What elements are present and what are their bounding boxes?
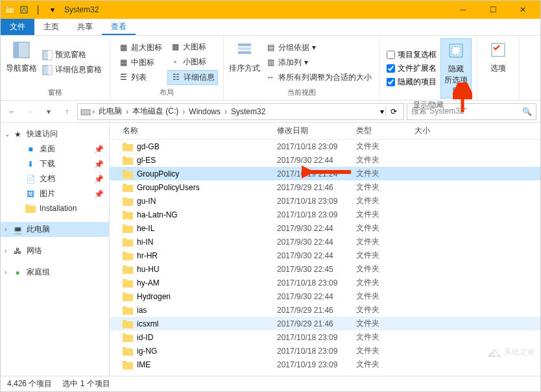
svg-rect-30 — [123, 211, 126, 213]
file-row[interactable]: he-IL2017/9/30 22:44文件夹 — [110, 221, 540, 235]
sidebar-homegroup[interactable]: ›●家庭组 — [1, 265, 109, 280]
preview-pane-button[interactable]: 预览窗格 — [40, 48, 104, 62]
file-row[interactable]: ha-Latn-NG2017/10/18 23:09文件夹 — [110, 208, 540, 221]
folder-icon — [123, 156, 133, 165]
list-button[interactable]: ☰列表 — [115, 71, 165, 84]
checkbox-file-extensions[interactable]: 文件扩展名 — [385, 62, 438, 75]
breadcrumb-drive-c[interactable]: 本地磁盘 (C:) — [130, 106, 181, 117]
column-size[interactable]: 大小 — [415, 125, 540, 136]
folder-icon — [123, 142, 133, 151]
file-row[interactable]: Hydrogen2017/9/30 22:44文件夹 — [110, 289, 540, 303]
group-by-icon: ▤ — [265, 42, 276, 53]
file-row[interactable]: hu-HU2017/9/30 22:45文件夹 — [110, 262, 540, 276]
fit-columns-button[interactable]: ↔将所有列调整为合适的大小 — [263, 71, 374, 84]
qat-dropdown-icon[interactable]: ▾ — [46, 3, 59, 16]
sidebar-installation[interactable]: Installation — [1, 201, 109, 215]
file-row[interactable]: ias2017/9/29 21:46文件夹 — [110, 303, 540, 317]
svg-rect-27 — [123, 199, 133, 206]
svg-rect-26 — [123, 184, 126, 186]
nav-pane-button[interactable]: 导航窗格 — [6, 38, 37, 86]
sidebar-pictures[interactable]: 🖼图片📌 — [1, 186, 109, 201]
svg-rect-37 — [123, 267, 133, 274]
file-date: 2017/9/30 22:44 — [277, 156, 356, 165]
svg-rect-48 — [123, 334, 126, 336]
group-by-button[interactable]: ▤分组依据 ▾ — [263, 41, 374, 55]
breadcrumb-system32[interactable]: System32 — [228, 107, 268, 116]
file-row[interactable]: GroupPolicyUsers2017/9/29 21:46文件夹 — [110, 180, 540, 194]
checkbox-hidden-items[interactable]: 隐藏的项目 — [385, 76, 438, 88]
column-name[interactable]: 名称 — [110, 125, 277, 136]
details-pane-button[interactable]: 详细信息窗格 — [40, 63, 104, 77]
svg-rect-19 — [123, 144, 133, 151]
file-row[interactable]: hi-IN2017/9/30 22:44文件夹 — [110, 235, 540, 249]
tab-share[interactable]: 共享 — [68, 19, 102, 35]
breadcrumb-windows[interactable]: Windows — [186, 107, 223, 116]
file-date: 2017/10/18 23:09 — [277, 197, 356, 206]
file-row[interactable]: gd-GB2017/10/18 23:09文件夹 — [110, 140, 540, 153]
address-bar[interactable]: › 此电脑› 本地磁盘 (C:)› Windows› System32 ▾ ⟳ — [77, 103, 404, 120]
sm-icons-icon: ▫ — [170, 56, 180, 67]
sidebar-this-pc[interactable]: ›💻此电脑 — [1, 222, 109, 237]
hide-selected-button[interactable]: 隐藏 所选项目 — [440, 38, 472, 99]
file-name: hy-AM — [137, 278, 160, 288]
file-row[interactable]: gl-ES2017/9/30 22:44文件夹 — [110, 153, 540, 167]
checkbox-item-checkboxes[interactable]: 项目复选框 — [385, 49, 438, 61]
forward-button[interactable]: → — [23, 104, 38, 119]
address-dropdown-icon[interactable]: ▾ — [380, 107, 384, 116]
svg-rect-36 — [123, 252, 126, 254]
sidebar-quick-access[interactable]: ⌄★快速访问 — [1, 127, 109, 141]
column-date[interactable]: 修改日期 — [277, 125, 356, 136]
file-row[interactable]: IME2017/10/19 23:09文件夹 — [110, 358, 540, 371]
column-type[interactable]: 类型 — [356, 125, 415, 136]
file-row[interactable]: hr-HR2017/9/30 22:44文件夹 — [110, 249, 540, 262]
file-row[interactable]: ig-NG2017/10/18 23:09文件夹 — [110, 344, 540, 358]
svg-rect-40 — [123, 279, 126, 281]
file-date: 2017/10/19 21:24 — [277, 169, 356, 178]
file-date: 2017/9/29 21:46 — [277, 319, 356, 328]
file-type: 文件夹 — [356, 195, 415, 206]
up-button[interactable]: ↑ — [59, 104, 75, 119]
file-type: 文件夹 — [356, 318, 415, 329]
svg-rect-42 — [123, 293, 126, 295]
sidebar-network[interactable]: ›🖧网络 — [1, 243, 109, 258]
file-row[interactable]: id-ID2017/10/18 23:09文件夹 — [110, 330, 540, 344]
add-columns-button[interactable]: ▥添加列 ▾ — [263, 56, 374, 69]
sidebar-downloads[interactable]: ⬇下载📌 — [1, 156, 109, 171]
details-view-button[interactable]: ☷详细信息 — [167, 70, 218, 85]
history-dropdown[interactable]: ▾ — [41, 104, 56, 119]
ribbon-group-panes: 导航窗格 预览窗格 详细信息窗格 窗格 — [1, 36, 110, 100]
file-row[interactable]: GroupPolicy2017/10/19 21:24文件夹 — [110, 167, 540, 180]
breadcrumb-thispc[interactable]: 此电脑 — [96, 106, 125, 117]
sort-by-button[interactable]: 排序方式 — [229, 38, 260, 86]
medium-icons-button[interactable]: ▦中图标 — [115, 56, 165, 69]
file-list[interactable]: gd-GB2017/10/18 23:09文件夹gl-ES2017/9/30 2… — [110, 140, 540, 376]
qat-properties-icon[interactable] — [18, 3, 30, 16]
downloads-icon: ⬇ — [25, 159, 36, 169]
svg-rect-50 — [123, 347, 126, 349]
sidebar-desktop[interactable]: ■桌面📌 — [1, 141, 109, 156]
file-name: gu-IN — [137, 197, 156, 206]
tab-view[interactable]: 查看 — [102, 19, 136, 35]
extra-large-icons-button[interactable]: ▦超大图标 — [115, 41, 165, 55]
large-icons-button[interactable]: ▦大图标 — [167, 40, 218, 54]
file-row[interactable]: gu-IN2017/10/18 23:09文件夹 — [110, 194, 540, 208]
details-view-icon: ☷ — [171, 72, 181, 82]
tab-home[interactable]: 主页 — [34, 19, 68, 35]
svg-rect-52 — [123, 361, 126, 363]
file-row[interactable]: hy-AM2017/10/18 23:09文件夹 — [110, 276, 540, 289]
file-name: GroupPolicyUsers — [137, 183, 200, 192]
minimize-button[interactable]: ─ — [448, 1, 478, 19]
back-button[interactable]: ← — [5, 104, 20, 119]
svg-rect-1 — [5, 6, 9, 8]
tab-file[interactable]: 文件 — [1, 19, 34, 35]
sidebar-documents[interactable]: 📄文档📌 — [1, 171, 109, 186]
file-row[interactable]: icsxml2017/9/29 21:46文件夹 — [110, 317, 540, 330]
file-date: 2017/9/30 22:45 — [277, 265, 356, 274]
maximize-button[interactable]: ☐ — [478, 1, 508, 19]
svg-rect-16 — [81, 110, 90, 115]
options-button[interactable]: 选项 — [483, 38, 514, 88]
small-icons-button[interactable]: ▫小图标 — [167, 55, 218, 69]
folder-icon — [123, 360, 133, 369]
svg-rect-8 — [48, 66, 52, 75]
close-button[interactable]: ✕ — [508, 1, 538, 19]
